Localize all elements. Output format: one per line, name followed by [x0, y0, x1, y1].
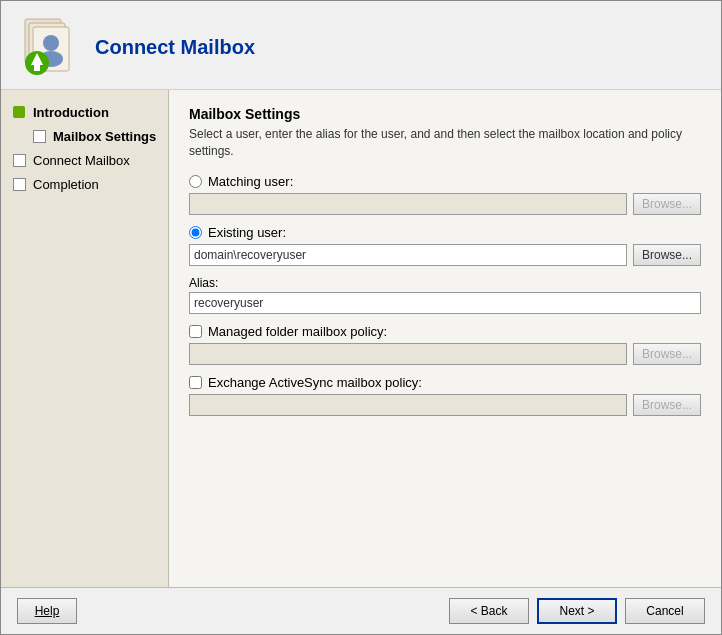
sidebar-item-completion: Completion [1, 172, 168, 196]
sidebar: Introduction Mailbox Settings Connect Ma… [1, 90, 169, 587]
dialog-footer: Help < Back Next > Cancel [1, 587, 721, 634]
header-icon [17, 15, 81, 79]
existing-user-radio-label[interactable]: Existing user: [189, 225, 701, 240]
dialog-title: Connect Mailbox [95, 36, 255, 59]
activesync-input-row: Browse... [189, 394, 701, 416]
activesync-group: Exchange ActiveSync mailbox policy: Brow… [189, 375, 701, 416]
cancel-button[interactable]: Cancel [625, 598, 705, 624]
existing-user-browse-button[interactable]: Browse... [633, 244, 701, 266]
managed-folder-input-row: Browse... [189, 343, 701, 365]
activesync-input[interactable] [189, 394, 627, 416]
sidebar-item-connect-mailbox: Connect Mailbox [1, 148, 168, 172]
existing-user-group: Existing user: Browse... [189, 225, 701, 266]
main-content: Mailbox Settings Select a user, enter th… [169, 90, 721, 587]
alias-group: Alias: [189, 276, 701, 314]
existing-user-input[interactable] [189, 244, 627, 266]
introduction-icon [11, 104, 27, 120]
sidebar-item-introduction: Introduction [1, 100, 168, 124]
alias-input[interactable] [189, 292, 701, 314]
activesync-browse-button[interactable]: Browse... [633, 394, 701, 416]
section-description: Select a user, enter the alias for the u… [189, 126, 701, 160]
matching-user-browse-button[interactable]: Browse... [633, 193, 701, 215]
matching-user-input-row: Browse... [189, 193, 701, 215]
mailbox-settings-icon [31, 128, 47, 144]
sidebar-item-mailbox-settings: Mailbox Settings [1, 124, 168, 148]
svg-point-3 [43, 35, 59, 51]
connect-mailbox-icon [11, 152, 27, 168]
activesync-checkbox-label[interactable]: Exchange ActiveSync mailbox policy: [189, 375, 701, 390]
alias-input-row [189, 292, 701, 314]
back-button[interactable]: < Back [449, 598, 529, 624]
matching-user-group: Matching user: Browse... [189, 174, 701, 215]
managed-folder-browse-button[interactable]: Browse... [633, 343, 701, 365]
existing-user-radio[interactable] [189, 226, 202, 239]
completion-icon [11, 176, 27, 192]
next-button[interactable]: Next > [537, 598, 617, 624]
dialog-body: Introduction Mailbox Settings Connect Ma… [1, 90, 721, 587]
footer-buttons: < Back Next > Cancel [449, 598, 705, 624]
managed-folder-input[interactable] [189, 343, 627, 365]
activesync-checkbox[interactable] [189, 376, 202, 389]
matching-user-input[interactable] [189, 193, 627, 215]
managed-folder-checkbox-label[interactable]: Managed folder mailbox policy: [189, 324, 701, 339]
section-title: Mailbox Settings [189, 106, 701, 122]
dialog-header: Connect Mailbox [1, 1, 721, 90]
help-button[interactable]: Help [17, 598, 77, 624]
matching-user-radio[interactable] [189, 175, 202, 188]
existing-user-input-row: Browse... [189, 244, 701, 266]
matching-user-radio-label[interactable]: Matching user: [189, 174, 701, 189]
alias-label: Alias: [189, 276, 701, 290]
managed-folder-group: Managed folder mailbox policy: Browse... [189, 324, 701, 365]
svg-rect-7 [34, 65, 40, 71]
managed-folder-checkbox[interactable] [189, 325, 202, 338]
dialog: Connect Mailbox Introduction Mailbox Set… [0, 0, 722, 635]
